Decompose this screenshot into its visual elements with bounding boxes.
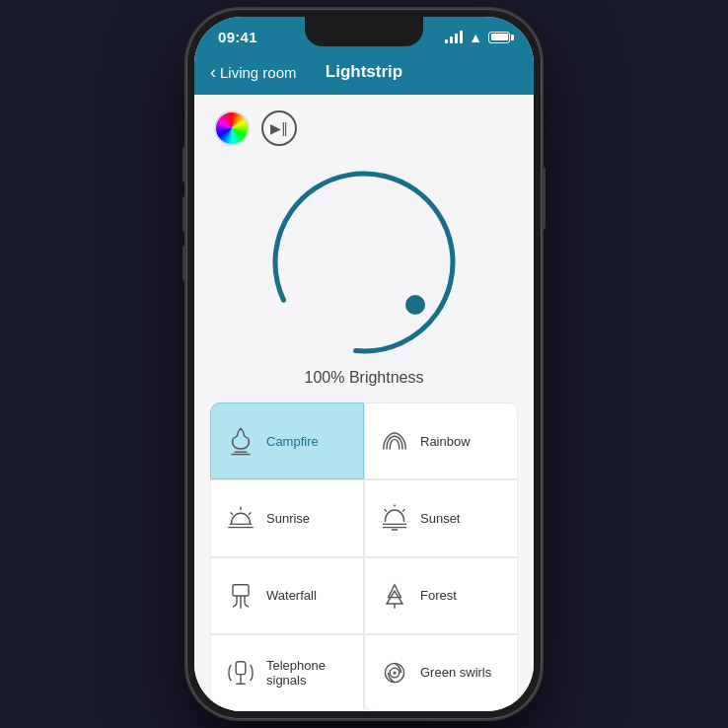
telephone-signals-label: Telephone signals	[266, 658, 349, 688]
content-area: ▶‖ 100% Brightness	[194, 95, 534, 711]
sunset-label: Sunset	[420, 511, 460, 526]
status-icons: ▲	[445, 30, 510, 45]
scene-telephone-signals[interactable]: Telephone signals	[210, 634, 364, 711]
play-pause-icon: ▶‖	[270, 120, 288, 136]
scene-waterfall[interactable]: Waterfall	[210, 557, 364, 634]
page-title: Lightstrip	[326, 62, 402, 82]
scene-forest[interactable]: Forest	[364, 557, 518, 634]
svg-line-7	[249, 513, 251, 515]
scene-grid: Campfire Rainbow	[194, 387, 534, 711]
svg-rect-16	[233, 584, 249, 595]
campfire-label: Campfire	[266, 434, 319, 449]
svg-line-6	[231, 513, 233, 515]
campfire-icon	[225, 425, 256, 457]
phone-frame: 09:41 ▲ ‹ Living room Lightstrip	[186, 9, 542, 719]
green-swirls-label: Green swirls	[420, 665, 491, 680]
waterfall-label: Waterfall	[266, 588, 317, 603]
svg-point-1	[246, 144, 482, 381]
svg-point-2	[405, 295, 425, 315]
scene-green-swirls[interactable]: Green swirls	[364, 634, 518, 711]
dial-svg	[246, 144, 482, 381]
notch	[305, 17, 423, 46]
sunset-icon	[379, 502, 410, 534]
forest-icon	[379, 580, 410, 612]
chevron-left-icon: ‹	[210, 63, 216, 81]
waterfall-icon	[225, 580, 256, 612]
svg-point-26	[393, 671, 396, 674]
status-time: 09:41	[218, 29, 257, 45]
svg-line-11	[385, 510, 387, 512]
wifi-icon: ▲	[469, 30, 482, 45]
play-pause-button[interactable]: ▶‖	[261, 110, 297, 146]
phone-screen: 09:41 ▲ ‹ Living room Lightstrip	[194, 17, 534, 711]
rainbow-icon	[379, 425, 410, 457]
scene-rainbow[interactable]: Rainbow	[364, 402, 518, 479]
svg-rect-21	[236, 662, 246, 675]
scene-campfire[interactable]: Campfire	[210, 402, 364, 479]
svg-line-12	[402, 510, 404, 512]
back-button[interactable]: ‹ Living room	[210, 63, 297, 81]
green-swirls-icon	[379, 657, 410, 689]
signal-icon	[445, 31, 463, 43]
scene-sunrise[interactable]: Sunrise	[210, 479, 364, 556]
sunrise-label: Sunrise	[266, 511, 310, 526]
scene-sunset[interactable]: Sunset	[364, 479, 518, 556]
dial-track[interactable]	[246, 164, 482, 361]
rainbow-label: Rainbow	[420, 434, 471, 449]
forest-label: Forest	[420, 588, 457, 603]
color-wheel-button[interactable]	[214, 110, 250, 146]
sunrise-icon	[225, 502, 256, 534]
brightness-dial[interactable]: 100% Brightness	[246, 154, 482, 387]
battery-icon	[488, 32, 510, 43]
telephone-signals-icon	[225, 657, 256, 689]
back-label: Living room	[220, 64, 297, 81]
svg-point-0	[246, 144, 482, 381]
nav-bar: ‹ Living room Lightstrip	[194, 53, 534, 95]
